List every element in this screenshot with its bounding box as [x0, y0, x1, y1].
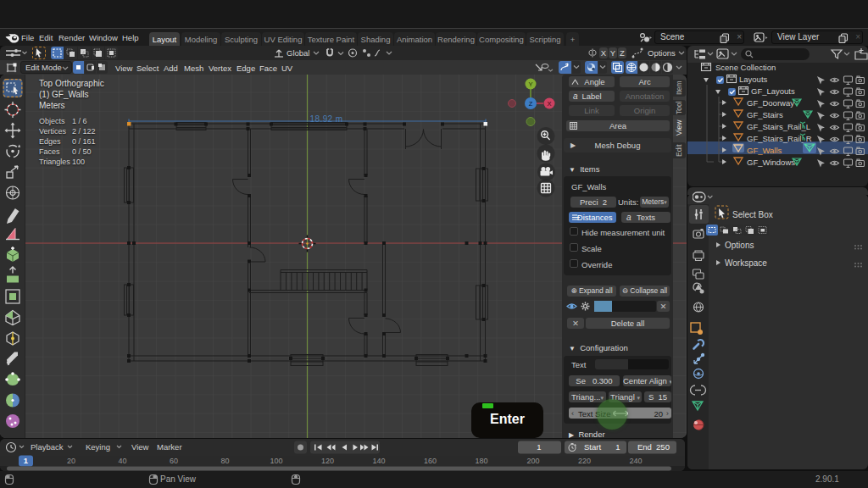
svg-text:GF_Walls: GF_Walls [747, 146, 782, 155]
svg-text:240: 240 [629, 457, 642, 465]
svg-text:GF_Stairs: GF_Stairs [747, 110, 783, 119]
svg-text:1: 1 [537, 442, 541, 452]
svg-text:View: View [131, 442, 149, 452]
svg-text:Layouts: Layouts [739, 75, 768, 84]
svg-text:220: 220 [578, 457, 591, 465]
svg-text:GF_Doorway: GF_Doorway [747, 98, 794, 108]
svg-text:Select Box: Select Box [732, 210, 773, 219]
svg-text:X: X [547, 100, 551, 108]
svg-text:Keying: Keying [86, 442, 110, 452]
svg-text:18.92 m: 18.92 m [310, 114, 343, 124]
svg-text:Start: Start [584, 442, 601, 452]
svg-text:Scene Collection: Scene Collection [715, 63, 776, 72]
svg-text:Y: Y [528, 80, 532, 88]
svg-text:Options: Options [725, 241, 754, 250]
svg-text:60: 60 [170, 457, 178, 465]
svg-text:200: 200 [526, 457, 539, 465]
svg-text:Z: Z [529, 100, 533, 108]
svg-text:180: 180 [475, 457, 487, 465]
svg-text:80: 80 [220, 457, 229, 465]
svg-text:40: 40 [118, 457, 126, 465]
svg-text:Playback: Playback [31, 442, 64, 452]
svg-text:160: 160 [424, 457, 437, 465]
svg-text:GF_Windows: GF_Windows [747, 158, 795, 167]
svg-text:120: 120 [321, 457, 334, 465]
svg-text:Workspace: Workspace [725, 258, 767, 268]
svg-text:100: 100 [270, 457, 282, 465]
svg-text:Marker: Marker [157, 442, 182, 452]
svg-text:250: 250 [656, 442, 670, 452]
svg-text:1: 1 [615, 442, 620, 452]
svg-text:140: 140 [372, 457, 385, 465]
svg-text:1: 1 [24, 456, 29, 465]
svg-text:20: 20 [67, 457, 75, 465]
svg-text:End: End [637, 442, 652, 452]
svg-text:GF_Layouts: GF_Layouts [751, 86, 795, 96]
svg-text:GF_Stairs_Rail_L: GF_Stairs_Rail_L [747, 122, 810, 131]
